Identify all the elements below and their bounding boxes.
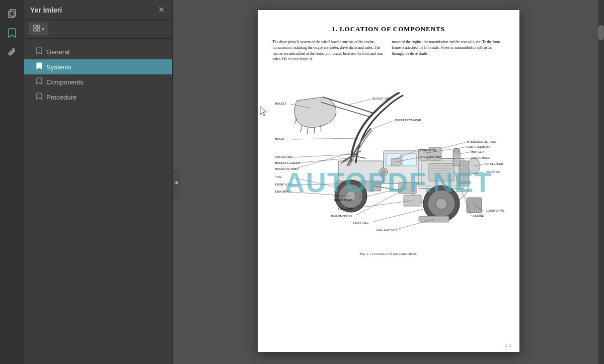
- sidebar-item-label-procedure: Procedure: [46, 94, 77, 101]
- left-toolbar: [0, 0, 24, 364]
- svg-rect-2: [34, 25, 36, 28]
- svg-line-68: [399, 219, 434, 229]
- label-engine-hood: ENGINE HOOD: [471, 156, 490, 159]
- scrollbar-thumb[interactable]: [598, 25, 604, 40]
- page-title: 1. LOCATION OF COMPONENTS: [273, 25, 504, 33]
- label-transmission: TRANSMISSION: [331, 215, 352, 218]
- page-number: 1–1: [505, 343, 511, 348]
- sidebar-item-label-general: General: [46, 48, 69, 56]
- svg-rect-5: [37, 29, 40, 31]
- svg-rect-9: [429, 163, 454, 181]
- col2-text: mounted the engine, the transmission and…: [392, 40, 500, 56]
- sidebar-item-label-components: Components: [46, 78, 84, 86]
- label-brake-pedal: BRAKE PEDAL: [418, 149, 437, 152]
- pdf-page: 1. LOCATION OF COMPONENTS The drive (tra…: [258, 10, 519, 352]
- sidebar-header: Yer İmleri ✕: [24, 0, 172, 20]
- svg-rect-18: [338, 161, 384, 184]
- sidebar-view-button[interactable]: ▾: [29, 23, 48, 35]
- col1-text: The drive (travel) system of the wheel l…: [273, 40, 383, 61]
- label-front-axle: FRONT AXLE: [275, 183, 292, 186]
- fig-caption: Fig. 1-1 Location of Major Components: [360, 252, 416, 256]
- grid-icon: [33, 25, 40, 33]
- svg-line-50: [292, 138, 358, 139]
- sidebar-list: General Systems Components: [24, 41, 172, 108]
- label-bucket-link: BUCKET LINK: [372, 97, 391, 100]
- sidebar-divider: [24, 40, 172, 40]
- scrollbar[interactable]: [598, 0, 604, 364]
- label-bucket-leveler: BUCKET LEVELER: [275, 161, 300, 164]
- svg-line-46: [347, 99, 371, 105]
- sidebar-collapse-handle[interactable]: ◀: [173, 169, 180, 195]
- label-boom: BOOM: [275, 137, 284, 140]
- paperclip-tool-icon[interactable]: [3, 44, 21, 62]
- bookmark-icon-systems: [36, 62, 42, 71]
- svg-rect-0: [9, 11, 14, 18]
- sidebar-item-label-systems: Systems: [46, 63, 71, 71]
- label-disk-brake: DISK BRAKE: [275, 190, 292, 193]
- label-fluid-reservoir: FLUID RESERVOIR: [466, 145, 491, 148]
- svg-rect-1: [10, 10, 16, 16]
- svg-line-52: [441, 142, 466, 148]
- page-col-1: The drive (travel) system of the wheel l…: [273, 39, 385, 62]
- copy-tool-icon[interactable]: [3, 4, 21, 22]
- label-cross-link: CROSS LINK: [275, 155, 292, 158]
- collapse-arrow-icon: ◀: [174, 179, 178, 185]
- label-hydraulic-oil-tank: HYDRAULIC OIL TANK: [467, 140, 496, 143]
- loader-diagram: BUCKET BUCKET LINK BUCKET CYLINDER BRAKE…: [273, 68, 504, 249]
- bookmark-icon-components: [36, 77, 42, 86]
- sidebar-item-procedure[interactable]: Procedure: [24, 89, 172, 105]
- sidebar-item-general[interactable]: General: [24, 44, 172, 59]
- svg-point-20: [382, 170, 386, 174]
- dropdown-arrow-icon: ▾: [42, 27, 44, 32]
- sidebar-toolbar: ▾: [24, 20, 172, 39]
- label-rear-axle: REAR AXLE: [353, 221, 369, 224]
- page-body-columns: The drive (travel) system of the wheel l…: [273, 39, 504, 62]
- sidebar-item-components[interactable]: Components: [24, 74, 172, 89]
- svg-line-53: [292, 154, 352, 157]
- svg-point-27: [436, 198, 447, 209]
- label-air-cleaner: AIR CLEANER: [485, 162, 503, 165]
- label-muffler: MUFFLER: [471, 150, 484, 153]
- main-content-area: ◀ AUTOPDF.NET 1. LOCATION OF COMPONENTS …: [173, 0, 604, 364]
- diagram-container: BUCKET BUCKET LINK BUCKET CYLINDER BRAKE…: [273, 68, 504, 256]
- sidebar-close-button[interactable]: ✕: [156, 5, 166, 15]
- bookmark-tool-icon[interactable]: [3, 24, 21, 42]
- bookmark-icon-general: [36, 47, 42, 56]
- label-steering-unit: STEERING UNIT: [420, 155, 442, 158]
- label-bucket: BUCKET: [275, 102, 287, 105]
- svg-rect-30: [404, 195, 421, 206]
- bookmark-icon-procedure: [36, 93, 42, 102]
- label-bucket-cylinder: BUCKET CYLINDER: [395, 119, 421, 122]
- sidebar-item-systems[interactable]: Systems: [24, 59, 172, 74]
- svg-line-47: [371, 121, 394, 129]
- label-boom-cylinder: BOOM CYLINDER: [275, 167, 298, 170]
- label-tire: TIRE: [275, 175, 282, 178]
- svg-rect-4: [34, 29, 36, 31]
- svg-rect-3: [37, 25, 40, 28]
- label-engine: ENGINE: [473, 214, 484, 217]
- sidebar-title: Yer İmleri: [30, 6, 62, 14]
- svg-rect-29: [399, 183, 416, 194]
- page-col-2: mounted the engine, the transmission and…: [392, 39, 504, 62]
- label-counter-weight: COUNTER-WEIGHT: [486, 209, 504, 212]
- label-axle-support: AXLE SUPPORT: [376, 228, 398, 231]
- label-drive-shaft: DRIVE SHAFT: [334, 199, 353, 202]
- label-radiator: RADIATOR: [486, 170, 500, 173]
- label-fuel-tank: FUEL TANK: [338, 207, 353, 210]
- svg-rect-34: [391, 158, 401, 166]
- sidebar-panel: Yer İmleri ✕ ▾ General: [24, 0, 173, 364]
